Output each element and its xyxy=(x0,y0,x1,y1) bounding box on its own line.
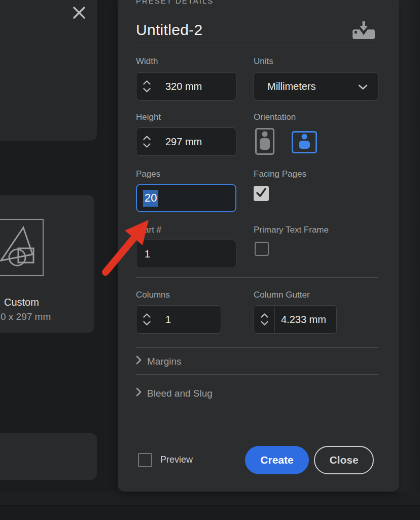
start-number-value[interactable]: 1 xyxy=(136,240,236,268)
chevron-down-icon[interactable] xyxy=(143,88,151,92)
custom-preset-thumbnail xyxy=(0,219,44,276)
save-preset-button[interactable] xyxy=(350,21,377,42)
chevron-up-icon[interactable] xyxy=(143,80,151,85)
columns-value[interactable]: 1 xyxy=(157,306,221,333)
close-icon xyxy=(73,6,86,21)
height-stepper[interactable] xyxy=(136,128,157,155)
column-gutter-field[interactable]: 4.233 mm xyxy=(254,305,337,334)
preset-browser-bottom-card xyxy=(0,433,97,480)
chevron-down-icon[interactable] xyxy=(143,321,151,326)
bottom-bar xyxy=(0,492,420,520)
primary-text-frame-label: Primary Text Frame xyxy=(254,225,329,235)
custom-preset-size: 0 x 297 mm xyxy=(1,311,51,322)
column-gutter-stepper[interactable] xyxy=(254,306,275,333)
preset-browser-panel: Custom 0 x 297 mm xyxy=(0,0,118,492)
close-dialog-button[interactable] xyxy=(71,6,87,22)
height-value[interactable]: 297 mm xyxy=(157,128,236,155)
custom-preset-name: Custom xyxy=(4,297,39,308)
app-background xyxy=(399,0,420,492)
margins-section-label: Margins xyxy=(147,356,182,367)
chevron-down-icon xyxy=(358,84,368,90)
column-gutter-value[interactable]: 4.233 mm xyxy=(275,306,336,333)
width-label: Width xyxy=(136,56,158,67)
chevron-down-icon[interactable] xyxy=(143,143,151,148)
units-label: Units xyxy=(254,56,273,67)
custom-shapes-icon xyxy=(0,266,41,275)
landscape-person-icon xyxy=(298,134,311,151)
close-button[interactable]: Close xyxy=(314,446,374,474)
section-divider xyxy=(136,277,378,278)
width-stepper[interactable] xyxy=(136,73,157,100)
chevron-up-icon[interactable] xyxy=(143,136,151,140)
preset-details-panel: PRESET DETAILS Untitled-2 Width Units 32… xyxy=(118,0,399,492)
column-gutter-label: Column Gutter xyxy=(254,290,310,300)
height-field[interactable]: 297 mm xyxy=(136,127,236,156)
create-button[interactable]: Create xyxy=(245,446,309,474)
start-number-label: Start # xyxy=(136,225,161,235)
preview-checkbox[interactable] xyxy=(138,453,152,467)
custom-preset-card[interactable]: Custom 0 x 297 mm xyxy=(0,195,94,333)
columns-stepper[interactable] xyxy=(136,306,157,333)
units-select[interactable]: Millimeters xyxy=(254,72,378,101)
columns-label: Columns xyxy=(136,290,170,300)
save-preset-icon xyxy=(351,21,376,42)
bottom-bar-strip xyxy=(0,492,420,506)
pages-label: Pages xyxy=(136,169,160,179)
portrait-person-icon xyxy=(259,131,271,152)
preset-browser-top-card xyxy=(0,0,97,141)
pages-input[interactable]: 20 xyxy=(136,184,236,212)
preset-details-header: PRESET DETAILS xyxy=(136,0,214,5)
bleed-and-slug-section-label: Bleed and Slug xyxy=(147,388,213,399)
margins-section-toggle[interactable]: Margins xyxy=(136,355,182,367)
width-value[interactable]: 320 mm xyxy=(157,73,236,100)
facing-pages-label: Facing Pages xyxy=(254,169,306,179)
orientation-portrait-button[interactable] xyxy=(255,128,274,155)
orientation-landscape-button[interactable] xyxy=(292,131,317,153)
width-field[interactable]: 320 mm xyxy=(136,72,236,101)
chevron-right-icon xyxy=(136,355,142,367)
start-number-field[interactable]: 1 xyxy=(136,240,236,268)
bleed-and-slug-section-toggle[interactable]: Bleed and Slug xyxy=(136,387,213,399)
chevron-down-icon[interactable] xyxy=(261,321,268,326)
checkmark-icon xyxy=(255,186,267,201)
height-label: Height xyxy=(136,112,161,122)
chevron-right-icon xyxy=(136,387,142,399)
section-divider xyxy=(136,374,378,375)
columns-field[interactable]: 1 xyxy=(136,305,221,334)
chevron-up-icon[interactable] xyxy=(143,313,151,318)
facing-pages-checkbox[interactable] xyxy=(254,186,269,201)
name-underline xyxy=(136,46,378,46)
section-divider xyxy=(136,347,378,348)
document-name-input[interactable]: Untitled-2 xyxy=(136,21,202,39)
chevron-up-icon[interactable] xyxy=(261,313,268,318)
primary-text-frame-checkbox[interactable] xyxy=(255,242,269,256)
pages-selected-text: 20 xyxy=(143,190,158,207)
preview-label: Preview xyxy=(160,454,193,465)
orientation-label: Orientation xyxy=(254,112,296,122)
